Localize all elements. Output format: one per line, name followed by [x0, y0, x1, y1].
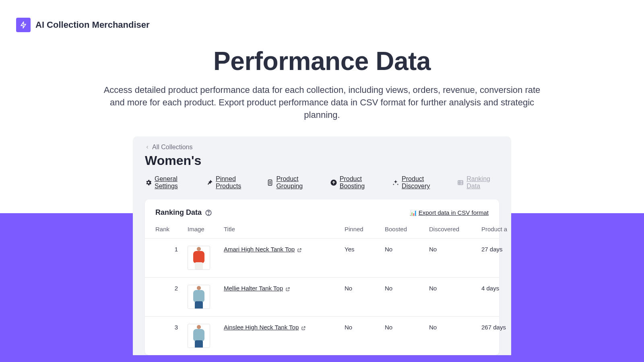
collection-panel: All Collections Women's General Settings… [133, 136, 511, 355]
cell-image [188, 324, 224, 348]
tab-label: Product Grouping [276, 175, 318, 190]
svg-point-11 [208, 214, 208, 214]
product-thumbnail [188, 246, 210, 270]
product-title-link[interactable]: Amari High Neck Tank Top [224, 246, 295, 253]
tab-label: General Settings [155, 175, 195, 190]
col-image: Image [188, 226, 224, 232]
tab-label: Product Boosting [340, 175, 381, 190]
page-subtitle: Access detailed product performance data… [101, 84, 543, 121]
cell-title: Mellie Halter Tank Top [224, 285, 345, 292]
product-title-link[interactable]: Mellie Halter Tank Top [224, 285, 283, 292]
breadcrumb-label: All Collections [152, 144, 192, 151]
app-logo-icon [16, 18, 31, 32]
cell-boosted: No [385, 285, 429, 292]
ranking-card: Ranking Data 📊 Export data in CSV format… [145, 200, 499, 355]
cell-age: 4 days [481, 285, 526, 292]
tab-pinned-products[interactable]: Pinned Products [206, 175, 255, 190]
product-thumbnail [188, 285, 210, 309]
help-circle-icon[interactable] [205, 209, 212, 216]
cell-discovered: No [429, 246, 481, 253]
cell-rank: 2 [155, 285, 188, 292]
tab-product-grouping[interactable]: Product Grouping [266, 175, 318, 190]
page-title: Performance Data [0, 46, 644, 76]
cell-title: Amari High Neck Tank Top [224, 246, 345, 253]
cell-pinned: No [345, 285, 385, 292]
tab-label: Pinned Products [216, 175, 255, 190]
chevron-left-icon [145, 145, 150, 150]
external-link-icon [301, 325, 306, 330]
col-pinned: Pinned [345, 226, 385, 232]
table-row: 1 Amari High Neck Tank Top Yes No No 27 … [145, 239, 499, 278]
cell-rank: 1 [155, 246, 188, 253]
export-csv-link[interactable]: 📊 Export data in CSV format [410, 209, 489, 216]
col-discovered: Discovered [429, 226, 481, 232]
tab-label: Product Discovery [402, 175, 446, 190]
app-title: AI Collection Merchandiser [35, 20, 150, 30]
product-thumbnail [188, 324, 210, 348]
cell-boosted: No [385, 246, 429, 253]
cell-image [188, 285, 224, 309]
collection-tabs: General Settings Pinned Products Product… [145, 175, 499, 197]
clipboard-list-icon [266, 179, 274, 186]
ranking-section-title: Ranking Data [155, 208, 202, 217]
sparkles-icon [392, 179, 399, 186]
pin-icon [206, 179, 213, 186]
cell-discovered: No [429, 324, 481, 331]
tab-general-settings[interactable]: General Settings [145, 175, 195, 190]
col-boosted: Boosted [385, 226, 429, 232]
gear-icon [145, 179, 152, 186]
cell-image [188, 246, 224, 270]
tab-ranking-data[interactable]: Ranking Data [457, 175, 499, 190]
tab-label: Ranking Data [466, 175, 499, 190]
col-product-age: Product a [481, 226, 526, 232]
svg-rect-6 [458, 181, 463, 185]
col-rank: Rank [155, 226, 188, 232]
table-row: 3 Ainslee High Neck Tank Top No No No 26… [145, 317, 499, 355]
bar-chart-icon: 📊 [410, 210, 417, 216]
col-title: Title [224, 226, 345, 232]
breadcrumb-back[interactable]: All Collections [145, 144, 499, 151]
collection-title: Women's [145, 153, 499, 168]
cell-rank: 3 [155, 324, 188, 331]
tab-product-boosting[interactable]: Product Boosting [330, 175, 381, 190]
tab-product-discovery[interactable]: Product Discovery [392, 175, 446, 190]
arrow-up-circle-icon [330, 179, 337, 186]
cell-pinned: No [345, 324, 385, 331]
cell-boosted: No [385, 324, 429, 331]
export-label: Export data in CSV format [419, 209, 489, 216]
table-row: 2 Mellie Halter Tank Top No No No 4 days [145, 278, 499, 317]
external-link-icon [297, 247, 302, 252]
table-head: Rank Image Title Pinned Boosted Discover… [145, 222, 499, 239]
product-title-link[interactable]: Ainslee High Neck Tank Top [224, 324, 299, 331]
cell-discovered: No [429, 285, 481, 292]
cell-age: 267 days [481, 324, 526, 331]
cell-age: 27 days [481, 246, 526, 253]
table-icon [457, 179, 464, 186]
cell-pinned: Yes [345, 246, 385, 253]
cell-title: Ainslee High Neck Tank Top [224, 324, 345, 331]
hero-section: Performance Data Access detailed product… [0, 32, 644, 121]
top-brand-bar: AI Collection Merchandiser [0, 0, 644, 32]
external-link-icon [285, 286, 290, 291]
